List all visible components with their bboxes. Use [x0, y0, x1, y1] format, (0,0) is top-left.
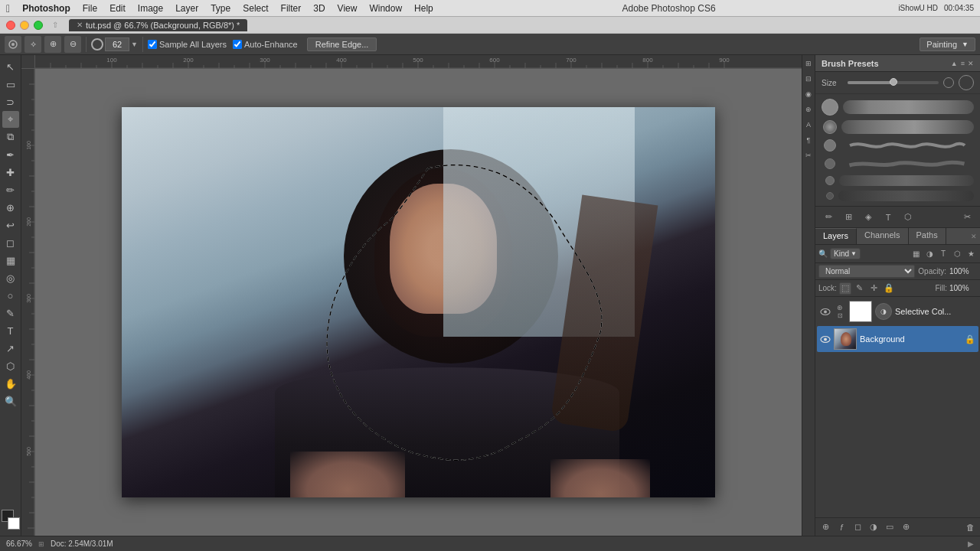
brush-presets-menu[interactable]: ≡ [961, 60, 965, 67]
brush-size-input[interactable]: 62 [105, 37, 129, 51]
layers-tab-layers[interactable]: Layers [815, 228, 857, 244]
quick-select-tool[interactable]: ⌖ [2, 111, 19, 128]
blend-mode-dropdown[interactable]: Normal [818, 265, 915, 278]
crop-tool[interactable]: ⧉ [2, 129, 19, 145]
brush-presets-close[interactable]: ✕ [968, 60, 974, 67]
brush-type-btn3[interactable]: ⊖ [64, 36, 81, 53]
panel-strip-icon-2[interactable]: ⊟ [803, 73, 814, 84]
history-tool[interactable]: ↩ [2, 217, 19, 233]
status-arrow[interactable]: ▶ [968, 540, 974, 548]
brush-preset-item-6[interactable] [818, 189, 977, 203]
menu-image[interactable]: Image [132, 2, 169, 15]
gradient-tool[interactable]: ▦ [2, 252, 19, 269]
menu-file[interactable]: File [77, 2, 103, 15]
sample-all-layers-checkbox[interactable]: Sample All Layers [148, 40, 227, 49]
panel-strip-icon-4[interactable]: ⊕ [803, 104, 814, 115]
photo-canvas[interactable]: .marching-ants { fill: none; stroke: whi… [122, 107, 715, 497]
background-color[interactable] [8, 517, 20, 530]
layer-filter-smart[interactable]: ★ [965, 248, 977, 260]
brush-size-track[interactable] [848, 81, 939, 84]
apple-icon[interactable]:  [6, 2, 10, 15]
menu-help[interactable]: Help [408, 2, 439, 15]
menu-window[interactable]: Window [363, 2, 408, 15]
tab-close-icon[interactable]: ✕ [77, 21, 83, 29]
brush-type-btn2[interactable]: ⊕ [44, 36, 61, 53]
layer-filter-pixel[interactable]: ▦ [910, 248, 922, 260]
layer-link-icon[interactable]: ⊕ [818, 520, 832, 534]
eraser-tool[interactable]: ◻ [2, 234, 19, 251]
menu-filter[interactable]: Filter [275, 2, 308, 15]
layer-visibility-selective[interactable] [820, 306, 831, 317]
app-name[interactable]: Photoshop [16, 2, 77, 15]
eyedropper-tool[interactable]: ✒ [2, 146, 19, 163]
traffic-red[interactable] [6, 21, 15, 30]
zoom-tool[interactable]: 🔍 [2, 393, 19, 409]
panel-tool-2[interactable]: ⊞ [841, 210, 855, 224]
marquee-tool[interactable]: ▭ [2, 76, 19, 93]
layers-tab-paths[interactable]: Paths [909, 228, 946, 244]
brush-preset-item-1[interactable] [818, 97, 977, 117]
layers-tab-channels[interactable]: Channels [857, 228, 908, 244]
panel-tool-3[interactable]: ◈ [861, 210, 875, 224]
canvas-image-area[interactable]: .marching-ants { fill: none; stroke: whi… [35, 69, 802, 536]
layer-visibility-background[interactable] [820, 334, 831, 344]
blur-tool[interactable]: ◎ [2, 269, 19, 286]
layer-item-selective-color[interactable]: ⊛ ⊡ ◑ Selective Col... [817, 298, 978, 324]
traffic-yellow[interactable] [20, 21, 29, 30]
kind-dropdown[interactable]: Kind ▼ [830, 248, 861, 259]
path-select-tool[interactable]: ↗ [2, 340, 19, 357]
lock-all-icon[interactable]: 🔒 [883, 282, 895, 295]
brush-size-display[interactable]: 62 ▼ [91, 37, 138, 51]
layer-mask-icon[interactable]: ◻ [851, 520, 864, 534]
brush-preset-item-2[interactable] [818, 119, 977, 135]
pen-tool[interactable]: ✎ [2, 305, 19, 321]
move-tool[interactable]: ↖ [2, 58, 19, 75]
menu-type[interactable]: Type [204, 2, 237, 15]
layer-delete-icon[interactable]: 🗑 [963, 520, 977, 534]
brush-tool[interactable]: ✏ [2, 181, 19, 198]
panel-strip-icon-3[interactable]: ◉ [803, 89, 814, 99]
layer-item-background[interactable]: Background 🔒 [817, 326, 978, 352]
layer-filter-adj[interactable]: ◑ [923, 248, 936, 260]
panel-tool-4[interactable]: T [881, 210, 895, 224]
brush-preset-item-3[interactable] [818, 137, 977, 154]
traffic-green[interactable] [34, 21, 43, 30]
panel-tool-1[interactable]: ✏ [822, 210, 835, 224]
menu-edit[interactable]: Edit [103, 2, 132, 15]
panel-strip-icon-1[interactable]: ⊞ [803, 58, 814, 69]
menu-3d[interactable]: 3D [307, 2, 331, 15]
auto-enhance-checkbox[interactable]: Auto-Enhance [233, 40, 298, 49]
lock-transparent-icon[interactable]: ⬚ [839, 282, 851, 295]
brush-presets-collapse[interactable]: ▲ [951, 60, 958, 67]
painting-mode-dropdown[interactable]: Painting ▼ [920, 37, 975, 51]
dodge-tool[interactable]: ○ [2, 287, 19, 304]
clone-tool[interactable]: ⊕ [2, 199, 19, 216]
menu-layer[interactable]: Layer [169, 2, 204, 15]
healing-tool[interactable]: ✚ [2, 164, 19, 181]
menu-select[interactable]: Select [237, 2, 274, 15]
foreground-background-colors[interactable] [2, 510, 20, 530]
type-tool[interactable]: T [2, 322, 19, 339]
panel-tool-6[interactable]: ✂ [960, 210, 974, 224]
panel-strip-icon-6[interactable]: ¶ [803, 135, 814, 145]
lasso-tool[interactable]: ⊃ [2, 93, 19, 110]
menu-view[interactable]: View [332, 2, 364, 15]
layer-group-icon[interactable]: ▭ [883, 520, 897, 534]
canvas-wrapper[interactable]: 100200 300400 500600 700800 900 [21, 55, 802, 536]
brush-type-btn1[interactable]: ⟡ [24, 36, 41, 53]
brush-size-arrow[interactable]: ▼ [131, 41, 138, 48]
document-tab[interactable]: ✕ tut.psd @ 66.7% (Background, RGB/8*) * [69, 19, 247, 31]
layer-new-icon[interactable]: ⊕ [899, 520, 913, 534]
layers-panel-close-icon[interactable]: ✕ [971, 233, 977, 240]
brush-preset-item-5[interactable] [818, 174, 977, 187]
panel-strip-icon-5[interactable]: A [803, 119, 814, 130]
layer-filter-shape[interactable]: ⬡ [951, 248, 963, 260]
shape-tool[interactable]: ⬡ [2, 357, 19, 374]
panel-strip-icon-7[interactable]: ✂ [803, 150, 814, 161]
layer-mask-selective[interactable] [849, 301, 872, 322]
layer-adj-icon[interactable]: ◑ [867, 520, 880, 534]
panel-tool-5[interactable]: ⬡ [901, 210, 915, 224]
layer-filter-type[interactable]: T [937, 248, 949, 260]
hand-tool[interactable]: ✋ [2, 375, 19, 392]
brush-preset-item-4[interactable] [818, 155, 977, 172]
